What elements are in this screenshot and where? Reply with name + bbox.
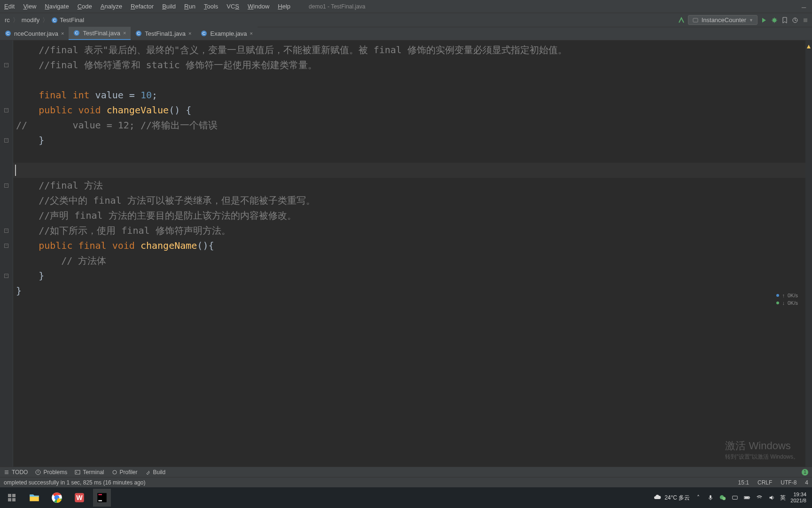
svg-text:C: C: [53, 18, 56, 23]
menu-edit[interactable]: Edit: [0, 1, 19, 11]
debug-button[interactable]: [771, 16, 778, 24]
menu-window[interactable]: Window: [243, 1, 273, 11]
gutter[interactable]: [0, 40, 13, 467]
build-icon[interactable]: [678, 16, 685, 24]
close-icon[interactable]: ×: [250, 31, 253, 36]
clock[interactable]: 19:34 2021/8: [790, 492, 809, 504]
class-icon: C: [201, 30, 207, 37]
status-encoding[interactable]: UTF-8: [781, 479, 796, 486]
svg-rect-33: [750, 497, 750, 498]
weather-widget[interactable]: 24°C 多云: [653, 493, 690, 502]
menu-help[interactable]: Help: [273, 1, 295, 11]
tool-todo[interactable]: TODO: [4, 469, 28, 476]
class-icon: C: [73, 30, 80, 36]
editor[interactable]: //final 表示"最后的、最终的"含义，变量一旦赋值后，不能被重新赋值。被 …: [0, 40, 812, 467]
fold-icon[interactable]: [4, 63, 8, 67]
menu-run[interactable]: Run: [180, 1, 200, 11]
editor-tab[interactable]: CTestFinal.java×: [69, 27, 131, 40]
chevron-right-icon: 〉: [12, 16, 20, 24]
svg-text:C: C: [75, 31, 78, 35]
tool-build[interactable]: Build: [145, 469, 166, 476]
run-button[interactable]: [760, 16, 768, 24]
menu-view[interactable]: View: [19, 1, 40, 11]
close-icon[interactable]: ×: [123, 30, 126, 36]
cloud-icon: [653, 493, 662, 502]
code-area[interactable]: //final 表示"最后的、最终的"含义，变量一旦赋值后，不能被重新赋值。被 …: [13, 40, 567, 467]
menu-analyze[interactable]: Analyze: [96, 1, 126, 11]
wifi-icon[interactable]: [756, 494, 763, 501]
svg-rect-19: [8, 498, 11, 501]
fold-icon[interactable]: [4, 183, 8, 188]
status-message: ompleted successfully in 1 sec, 825 ms (…: [4, 479, 145, 486]
status-position[interactable]: 15:1: [738, 479, 749, 486]
tool-terminal[interactable]: Terminal: [75, 469, 104, 476]
tool-profiler[interactable]: Profiler: [112, 469, 138, 476]
svg-rect-34: [745, 497, 749, 499]
input-method-icon[interactable]: [731, 494, 739, 501]
notification-badge[interactable]: 1: [802, 469, 808, 476]
svg-rect-27: [98, 500, 102, 501]
menu-vcs[interactable]: VCS: [222, 1, 243, 11]
editor-tab[interactable]: CTestFinal1.java×: [131, 27, 196, 40]
intellij-icon[interactable]: [93, 489, 111, 507]
svg-text:C: C: [7, 31, 10, 36]
minimize-button[interactable]: ─: [802, 4, 807, 9]
window-title: demo1 - TestFinal.java: [309, 3, 366, 10]
wps-icon[interactable]: W: [70, 489, 88, 507]
menu-refactor[interactable]: Refactor: [126, 1, 158, 11]
editor-tab[interactable]: CExample.java×: [196, 27, 257, 40]
stop-button[interactable]: [802, 16, 809, 24]
breadcrumb-item[interactable]: C TestFinal: [49, 16, 86, 24]
fold-icon[interactable]: [4, 274, 8, 278]
toolwindow-bar: TODO Problems Terminal Profiler Build 1: [0, 467, 812, 477]
wechat-icon[interactable]: [719, 494, 726, 501]
taskbar: W 24°C 多云 ˄ 英 19:34 2021/8: [0, 487, 812, 508]
menu-tools[interactable]: Tools: [200, 1, 222, 11]
terminal-icon: [75, 469, 80, 475]
editor-tabs: CnceCounter.java×CTestFinal.java×CTestFi…: [0, 27, 812, 40]
tool-problems[interactable]: Problems: [35, 469, 67, 476]
fold-icon[interactable]: [4, 138, 8, 143]
coverage-button[interactable]: [781, 16, 789, 24]
status-indent[interactable]: 4: [805, 479, 808, 486]
chrome-icon[interactable]: [48, 489, 66, 507]
svg-text:C: C: [203, 31, 206, 36]
error-stripe[interactable]: [805, 40, 812, 467]
microphone-icon[interactable]: [707, 494, 714, 501]
start-button[interactable]: [3, 489, 21, 507]
chevron-up-icon[interactable]: ˄: [695, 494, 702, 501]
application-icon: [692, 17, 699, 24]
close-icon[interactable]: ×: [61, 31, 64, 36]
svg-text:W: W: [76, 494, 83, 501]
class-icon: C: [51, 17, 58, 24]
warning-icon[interactable]: [806, 43, 811, 48]
editor-tab[interactable]: CnceCounter.java×: [0, 27, 69, 40]
run-config-select[interactable]: InstanceCounter ▼: [688, 15, 757, 25]
svg-point-3: [773, 18, 776, 22]
fold-icon[interactable]: [4, 229, 8, 233]
svg-rect-17: [8, 494, 11, 497]
svg-rect-20: [12, 498, 16, 501]
battery-icon[interactable]: [743, 494, 751, 501]
class-icon: C: [135, 30, 142, 37]
profile-button[interactable]: [791, 16, 799, 24]
fold-icon[interactable]: [4, 108, 8, 112]
menu-navigate[interactable]: Navigate: [40, 1, 73, 11]
svg-rect-28: [710, 495, 712, 499]
list-icon: [4, 469, 9, 475]
nav-bar: rc 〉 modify 〉 C TestFinal InstanceCounte…: [0, 13, 812, 27]
volume-icon[interactable]: [768, 494, 775, 501]
ime-indicator[interactable]: 英: [780, 494, 786, 502]
menu-bar: EditViewNavigateCodeAnalyzeRefactorBuild…: [0, 0, 812, 13]
chevron-right-icon: 〉: [41, 16, 49, 24]
file-explorer-icon[interactable]: [25, 489, 43, 507]
fold-icon[interactable]: [4, 244, 8, 248]
status-eol[interactable]: CRLF: [757, 479, 772, 486]
caret: [15, 165, 16, 176]
svg-point-16: [113, 470, 117, 474]
close-icon[interactable]: ×: [188, 31, 191, 36]
breadcrumb-item[interactable]: rc: [3, 16, 12, 24]
menu-code[interactable]: Code: [73, 1, 96, 11]
menu-build[interactable]: Build: [158, 1, 180, 11]
breadcrumb-item[interactable]: modify: [20, 16, 41, 24]
